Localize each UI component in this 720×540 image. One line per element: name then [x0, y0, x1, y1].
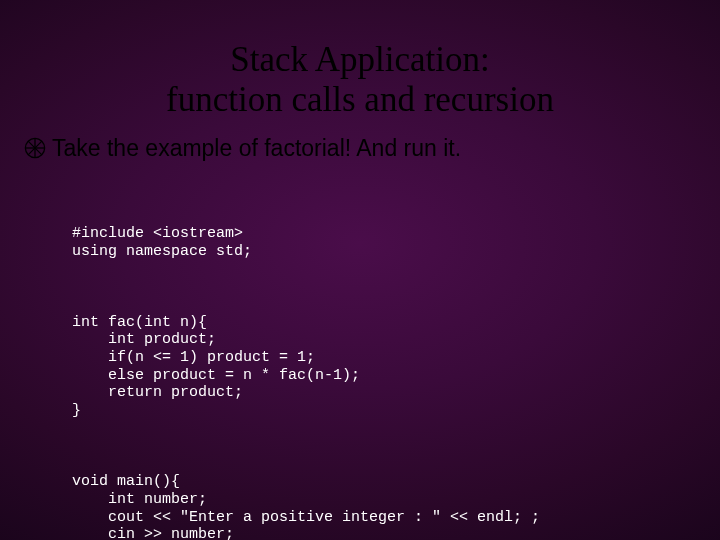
bullet-text: Take the example of factorial! And run i… [52, 135, 461, 162]
bullet-item: Take the example of factorial! And run i… [24, 135, 720, 162]
title-line-2: function calls and recursion [0, 80, 720, 120]
star-bullet-icon [24, 137, 46, 159]
code-area: #include <iostream> using namespace std;… [72, 190, 720, 541]
slide-title: Stack Application: function calls and re… [0, 0, 720, 121]
slide: Stack Application: function calls and re… [0, 0, 720, 540]
code-fac-function: int fac(int n){ int product; if(n <= 1) … [72, 314, 720, 420]
code-main-function: void main(){ int number; cout << "Enter … [72, 473, 720, 540]
code-includes: #include <iostream> using namespace std; [72, 225, 720, 260]
title-line-1: Stack Application: [0, 40, 720, 80]
